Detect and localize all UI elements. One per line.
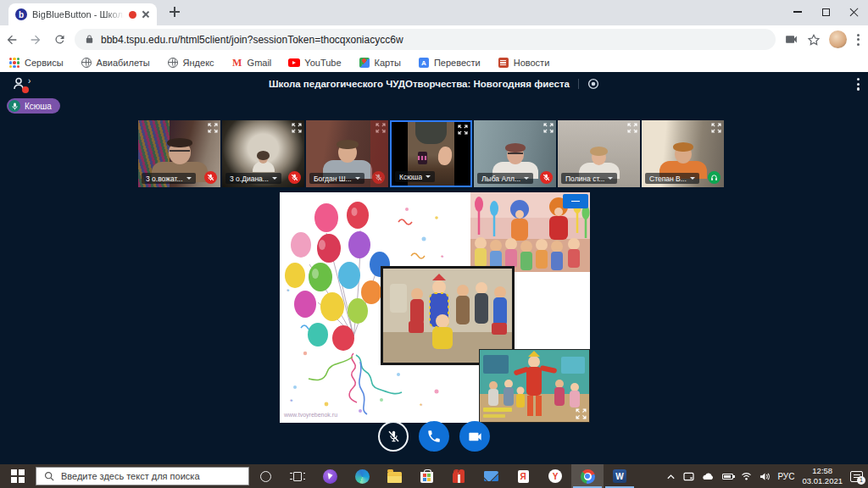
search-placeholder: Введите здесь текст для поиска: [61, 471, 200, 481]
start-button[interactable]: [0, 464, 36, 488]
chevron-right-icon: ›: [28, 76, 31, 86]
audio-button[interactable]: [419, 421, 449, 452]
tab-title: BigBlueButton - Школа педа: [32, 9, 124, 19]
fullscreen-icon[interactable]: [208, 123, 218, 133]
participant-name-tag[interactable]: Степан В...: [645, 173, 699, 184]
new-tab-button[interactable]: [166, 7, 183, 24]
presentation-fullscreen-icon[interactable]: [576, 408, 587, 419]
participant-name-tag[interactable]: Полина ст...: [561, 173, 617, 184]
taskbar: Введите здесь текст для поиска Я Y W РУС…: [0, 464, 868, 488]
cortana-button[interactable]: [249, 464, 281, 488]
bookmark-services[interactable]: Сервисы: [8, 57, 64, 69]
recording-indicator-icon[interactable]: [587, 78, 599, 90]
taskbar-word-icon[interactable]: W: [604, 464, 636, 488]
device-icon[interactable]: [683, 472, 694, 481]
fullscreen-icon[interactable]: [711, 123, 721, 133]
minimize-presentation-button[interactable]: [563, 194, 588, 208]
participant-name: Лыба Алл...: [481, 175, 520, 183]
taskbar-chrome-icon[interactable]: [571, 464, 604, 488]
bbb-header: › Школа педагогического ЧУДОтворчества: …: [0, 72, 868, 96]
webcam-tile: 3 о.вожат...: [138, 120, 220, 187]
participant-name: 3 о.Диана...: [230, 175, 269, 183]
divider: [578, 79, 579, 89]
presentation-area: ** ** *: [280, 192, 590, 423]
taskbar-search[interactable]: Введите здесь текст для поиска: [36, 467, 249, 485]
gmail-icon: M: [231, 57, 243, 69]
task-view-button[interactable]: [281, 464, 314, 488]
taskbar-alice-icon[interactable]: [314, 464, 346, 488]
tab-close-icon[interactable]: [142, 10, 150, 19]
bookmark-gmail[interactable]: M Gmail: [231, 57, 272, 69]
notification-center-icon[interactable]: 1: [850, 471, 863, 482]
taskbar-gift-app-icon[interactable]: [442, 464, 475, 488]
fullscreen-icon[interactable]: [627, 123, 637, 133]
bookmark-star-icon[interactable]: [807, 33, 821, 47]
bbb-app: › Школа педагогического ЧУДОтворчества: …: [0, 72, 868, 464]
webcam-tile: Полина ст...: [558, 120, 640, 187]
participant-name-tag[interactable]: 3 о.вожат...: [142, 173, 196, 184]
meeting-title-wrap: Школа педагогического ЧУДОтворчества: Но…: [269, 78, 599, 90]
bookmark-youtube[interactable]: YouTube: [288, 57, 341, 69]
taskbar-yandex-icon[interactable]: Я: [507, 464, 539, 488]
participant-name-tag[interactable]: Лыба Алл...: [477, 173, 533, 184]
unmute-button[interactable]: [378, 421, 409, 452]
svg-text:*: *: [287, 287, 290, 296]
bookmark-avia[interactable]: Авиабилеты: [81, 57, 150, 69]
browser-menu-icon[interactable]: [855, 32, 861, 47]
webcam-tile: Степан В...: [642, 120, 724, 187]
chevron-down-icon: [426, 175, 431, 178]
fullscreen-icon[interactable]: [543, 123, 554, 133]
bookmark-maps[interactable]: Карты: [359, 57, 401, 69]
language-indicator[interactable]: РУС: [777, 472, 794, 481]
toggle-userlist-button[interactable]: ›: [12, 75, 34, 94]
svg-text:*: *: [420, 402, 423, 410]
profile-avatar[interactable]: [829, 30, 847, 48]
bookmark-label: Gmail: [248, 58, 272, 68]
back-button[interactable]: [0, 28, 24, 52]
bookmark-label: Сервисы: [25, 58, 64, 68]
taskbar-mail-icon[interactable]: [475, 464, 507, 488]
fullscreen-icon[interactable]: [292, 123, 302, 133]
svg-text:*: *: [290, 397, 293, 406]
battery-icon[interactable]: [722, 474, 733, 480]
tray-date: 03.01.2021: [802, 476, 843, 485]
bookmark-translate[interactable]: A Перевести: [418, 57, 481, 69]
window-minimize-button[interactable]: [783, 0, 812, 24]
forward-button[interactable]: [24, 28, 47, 52]
back-icon: [5, 33, 19, 47]
participant-name: Полина ст...: [565, 175, 604, 183]
volume-icon[interactable]: [760, 472, 770, 481]
chevron-down-icon: [608, 177, 613, 180]
tray-chevron-up-icon[interactable]: [666, 473, 676, 480]
camera-in-use-icon[interactable]: [784, 32, 798, 47]
address-bar[interactable]: bbb4.tspu.edu.ru/html5client/join?sessio…: [75, 29, 776, 50]
participant-name-tag[interactable]: Ксюша: [395, 171, 435, 182]
muted-mic-badge: [540, 171, 553, 184]
bookmark-yandex[interactable]: Яндекс: [167, 57, 214, 69]
webcam-button[interactable]: [459, 421, 490, 452]
fullscreen-icon[interactable]: [458, 125, 468, 135]
window-close-button[interactable]: [839, 0, 868, 24]
listen-only-badge: [708, 171, 721, 184]
tab-recording-dot: [129, 11, 136, 19]
participant-name-tag[interactable]: Богдан Ш...: [309, 173, 364, 184]
bbb-options-menu-icon[interactable]: [857, 78, 860, 91]
taskbar-edge-icon[interactable]: [346, 464, 378, 488]
participant-name-tag[interactable]: 3 о.Диана...: [225, 173, 281, 184]
taskbar-yandex-browser-icon[interactable]: Y: [539, 464, 571, 488]
wifi-icon[interactable]: [741, 472, 752, 480]
taskbar-store-icon[interactable]: [410, 464, 442, 488]
browser-tab[interactable]: b BigBlueButton - Школа педа: [8, 3, 157, 25]
taskbar-clock[interactable]: 12:58 03.01.2021: [802, 466, 843, 486]
window-restore-button[interactable]: [811, 0, 840, 24]
muted-mic-badge: [288, 171, 301, 184]
onedrive-cloud-icon[interactable]: [702, 472, 715, 480]
current-talker-pill[interactable]: Ксюша: [7, 98, 60, 114]
webcam-tile: Богдан Ш...: [306, 120, 388, 187]
bookmark-news[interactable]: Новости: [498, 57, 550, 69]
taskbar-explorer-icon[interactable]: [378, 464, 410, 488]
reload-button[interactable]: [47, 28, 71, 52]
fullscreen-icon[interactable]: [376, 123, 386, 133]
news-icon: [498, 57, 509, 69]
chevron-down-icon: [186, 177, 192, 180]
